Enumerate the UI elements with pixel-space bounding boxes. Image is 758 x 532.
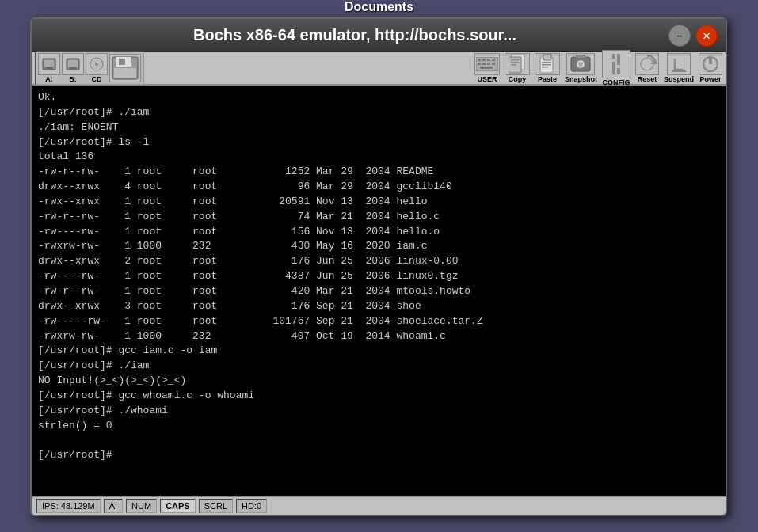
minimize-button[interactable]: – — [668, 25, 691, 47]
user-label: USER — [477, 75, 497, 83]
svg-rect-38 — [611, 59, 617, 62]
svg-rect-26 — [511, 64, 516, 66]
window-title: Bochs x86-64 emulator, http://bochs.sour… — [40, 26, 670, 44]
reset-label: Reset — [638, 75, 657, 83]
power-icon[interactable] — [699, 53, 722, 75]
svg-rect-13 — [478, 59, 481, 61]
svg-rect-16 — [492, 59, 495, 61]
drive-a-label: A: — [45, 75, 53, 83]
reset-icon[interactable] — [635, 53, 659, 75]
suspend-icon[interactable] — [667, 53, 691, 75]
paste-label: Paste — [538, 75, 557, 83]
copy-label: Copy — [509, 75, 527, 83]
svg-rect-2 — [46, 67, 52, 69]
svg-rect-17 — [478, 63, 481, 65]
drive-b-label: B: — [69, 75, 77, 83]
svg-rect-19 — [487, 63, 490, 65]
svg-rect-36 — [612, 54, 615, 74]
paste-icon[interactable] — [535, 53, 560, 75]
terminal-output[interactable]: Ok. [/usr/root]# ./iam ./iam: ENOENT [/u… — [32, 86, 726, 496]
svg-rect-30 — [542, 64, 551, 66]
svg-point-34 — [578, 62, 583, 66]
snapshot-label: Snapshot — [565, 75, 597, 83]
drive-a-status: A: — [104, 499, 123, 513]
emulator-window: Bochs x86-64 emulator, http://bochs.sour… — [30, 17, 727, 516]
ips-status: IPS: 48.129M — [36, 499, 101, 513]
title-bar: Bochs x86-64 emulator, http://bochs.sour… — [32, 19, 726, 52]
svg-point-7 — [95, 63, 98, 66]
num-status: NUM — [126, 499, 157, 513]
svg-rect-4 — [68, 60, 78, 66]
documents-label: Documents — [345, 0, 413, 14]
hd-status: HD:0 — [236, 499, 267, 513]
svg-rect-29 — [542, 62, 551, 63]
terminal-text: Ok. [/usr/root]# ./iam ./iam: ENOENT [/u… — [38, 90, 719, 463]
floppy-icon[interactable] — [109, 54, 141, 82]
drive-a-icon[interactable] — [38, 53, 60, 75]
svg-rect-28 — [543, 54, 551, 60]
svg-rect-37 — [617, 54, 620, 74]
drive-section: A: B: CD — [35, 51, 144, 85]
svg-rect-31 — [542, 66, 548, 68]
svg-rect-11 — [114, 68, 136, 78]
statusbar: IPS: 48.129M A: NUM CAPS SCRL HD:0 — [32, 496, 726, 515]
drive-cd-icon[interactable] — [86, 53, 108, 75]
close-button[interactable]: ✕ — [695, 25, 718, 47]
config-icon[interactable] — [602, 50, 630, 78]
power-label: Power — [699, 75, 721, 83]
svg-rect-10 — [119, 59, 125, 65]
drive-b-icon[interactable] — [62, 53, 84, 75]
scrl-status: SCRL — [199, 499, 233, 513]
svg-rect-24 — [511, 59, 519, 61]
snapshot-icon[interactable] — [566, 53, 595, 75]
svg-rect-25 — [511, 62, 519, 63]
toolbar-right: USER Copy Paste Snapshot — [474, 50, 722, 86]
caps-status: CAPS — [160, 499, 196, 513]
svg-rect-20 — [492, 63, 495, 65]
svg-rect-15 — [487, 59, 490, 61]
keyboard-icon[interactable] — [474, 53, 500, 75]
toolbar: A: B: CD — [32, 52, 726, 86]
svg-rect-14 — [482, 59, 486, 61]
drive-cd-label: CD — [92, 75, 102, 83]
config-label: CONFIG — [602, 78, 630, 86]
svg-rect-44 — [709, 56, 712, 64]
svg-rect-42 — [672, 70, 686, 72]
svg-rect-18 — [482, 63, 486, 65]
svg-rect-21 — [480, 66, 493, 69]
svg-rect-5 — [70, 67, 76, 69]
svg-rect-35 — [576, 55, 585, 58]
window-controls: – ✕ — [668, 25, 718, 47]
suspend-label: Suspend — [664, 75, 694, 83]
svg-rect-39 — [615, 65, 622, 68]
copy-icon[interactable] — [505, 53, 530, 75]
svg-rect-1 — [44, 60, 54, 66]
